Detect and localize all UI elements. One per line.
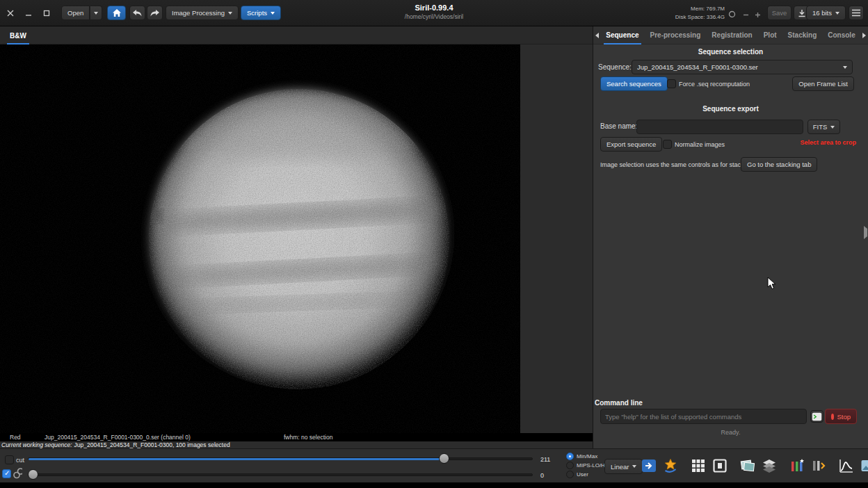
photo-stack-icon[interactable] xyxy=(739,456,757,475)
resources-info: Mem: 769.7M Disk Space: 336.4G xyxy=(675,5,725,22)
tab-console[interactable]: Console xyxy=(822,26,860,44)
open-button[interactable]: Open xyxy=(61,6,90,20)
memory-usage: Mem: 769.7M xyxy=(675,5,725,13)
tab-stacking[interactable]: Stacking xyxy=(782,26,823,44)
save-button[interactable]: Save xyxy=(767,6,791,20)
zoom-out-icon[interactable] xyxy=(741,10,750,19)
app-title: Siril-0.99.4 xyxy=(292,3,576,12)
high-threshold-slider[interactable] xyxy=(28,453,533,464)
sequence-export-title: Sequence export xyxy=(593,105,868,113)
minimize-icon[interactable] xyxy=(24,8,33,18)
maximize-icon[interactable] xyxy=(42,8,51,18)
base-name-label: Base name: xyxy=(600,122,637,130)
hamburger-icon xyxy=(851,9,861,17)
slider-fill xyxy=(29,458,445,460)
slider-thumb[interactable] xyxy=(28,469,38,480)
search-sequences-button[interactable]: Search sequences xyxy=(600,76,668,91)
tab-bw[interactable]: B&W xyxy=(0,26,36,44)
scripts-label: Scripts xyxy=(247,9,267,17)
chain-link-icon[interactable] xyxy=(13,468,22,478)
mode-mips-radio[interactable] xyxy=(566,462,574,469)
image-analysis-icon[interactable] xyxy=(859,456,868,475)
scripts-menu-button[interactable]: Scripts xyxy=(241,6,281,20)
home-button[interactable] xyxy=(107,6,126,20)
undo-button[interactable] xyxy=(129,6,145,20)
topbar: Open Image Processing Scripts Siril-0.99… xyxy=(0,0,868,26)
stop-button[interactable]: Stop xyxy=(825,409,857,424)
working-directory: /home/cyril/Videos/siril xyxy=(292,13,576,20)
sequence-combobox-value: Jup_200415_204534_R_F0001-0300.ser xyxy=(637,63,839,71)
tab-registration[interactable]: Registration xyxy=(706,26,757,44)
hamburger-menu-button[interactable] xyxy=(849,6,864,20)
tab-plot[interactable]: Plot xyxy=(758,26,782,44)
export-format-label: FITS xyxy=(813,123,828,131)
save-label: Save xyxy=(772,9,787,17)
display-scale-label: Linear xyxy=(611,463,629,471)
star-registration-icon[interactable] xyxy=(661,456,680,475)
panel-resize-arrow-icon[interactable] xyxy=(864,229,867,236)
bit-depth-dropdown[interactable]: 16 bits xyxy=(806,6,846,20)
sequence-combobox[interactable]: Jup_200415_204534_R_F0001-0300.ser xyxy=(632,60,853,74)
command-line-title: Command line xyxy=(595,399,643,407)
mode-user-radio[interactable] xyxy=(566,471,574,478)
stop-icon xyxy=(831,414,834,420)
tabs-scroll-left-icon[interactable] xyxy=(593,26,600,44)
channel-align-icon[interactable] xyxy=(788,456,806,475)
layer-stack-icon[interactable] xyxy=(760,456,778,475)
tab-sequence[interactable]: Sequence xyxy=(600,26,644,44)
mode-mips-label: MIPS-LO/HI xyxy=(577,462,606,469)
normalize-images-checkbox[interactable] xyxy=(663,140,672,149)
slider-track[interactable] xyxy=(28,473,533,476)
status-filename: Jup_200415_204534_R_F0001-0300_0.ser (ch… xyxy=(45,434,191,441)
open-button-label: Open xyxy=(67,9,83,17)
close-icon[interactable] xyxy=(6,8,15,18)
jupiter-image-canvas[interactable] xyxy=(0,44,520,433)
working-sequence-value: Jup_200415_204534_R_F0001-0300, 100 imag… xyxy=(74,441,230,448)
disk-space: Disk Space: 336.4G xyxy=(675,13,725,22)
mono-channel-icon[interactable] xyxy=(640,456,658,475)
tab-pre-processing[interactable]: Pre-processing xyxy=(645,26,707,44)
frame-grid-icon[interactable] xyxy=(689,456,707,475)
cut-checkbox[interactable] xyxy=(5,455,14,464)
cut-label: cut xyxy=(16,457,24,464)
zoom-level-icon[interactable] xyxy=(727,9,737,19)
base-name-input[interactable] xyxy=(636,120,803,134)
download-icon xyxy=(798,9,806,17)
search-sequences-label: Search sequences xyxy=(606,80,661,88)
go-to-stacking-tab-button[interactable]: Go to the stacking tab xyxy=(741,157,817,172)
stacking-note: Image selection uses the same controls a… xyxy=(600,161,754,168)
mode-minmax-radio[interactable] xyxy=(566,453,574,460)
redo-button[interactable] xyxy=(147,6,163,20)
slider-thumb[interactable] xyxy=(439,453,449,464)
mode-user-label: User xyxy=(577,471,588,478)
tab-bw-label: B&W xyxy=(10,32,26,40)
single-frame-icon[interactable] xyxy=(711,456,729,475)
chevron-down-icon xyxy=(632,465,636,468)
low-threshold-slider[interactable] xyxy=(28,469,533,480)
open-recent-dropdown[interactable] xyxy=(90,6,102,20)
command-help-button[interactable] xyxy=(810,410,823,423)
panel-tabbar: Sequence Pre-processing Registration Plo… xyxy=(593,26,868,44)
command-line-input[interactable] xyxy=(600,409,807,424)
export-format-dropdown[interactable]: FITS xyxy=(807,120,840,134)
right-panel: Sequence Pre-processing Registration Plo… xyxy=(593,26,868,448)
bit-depth-label: 16 bits xyxy=(812,9,832,17)
undo-icon xyxy=(132,9,143,17)
sequence-label: Sequence: xyxy=(598,63,632,71)
link-thresholds-checkbox[interactable] xyxy=(2,469,11,478)
display-scale-dropdown[interactable]: Linear xyxy=(604,459,643,474)
channel-shift-icon[interactable] xyxy=(810,456,828,475)
chevron-down-icon xyxy=(843,66,847,69)
export-sequence-button[interactable]: Export sequence xyxy=(600,137,662,152)
histogram-icon[interactable] xyxy=(837,456,855,475)
chevron-down-icon xyxy=(271,12,275,15)
go-to-stacking-tab-label: Go to the stacking tab xyxy=(747,161,811,168)
zoom-in-icon[interactable] xyxy=(753,10,762,19)
tabs-scroll-right-icon[interactable] xyxy=(861,26,868,44)
force-seq-recomputation-checkbox[interactable] xyxy=(667,79,676,88)
stop-label: Stop xyxy=(837,413,851,421)
image-status-bar: Red Jup_200415_204534_R_F0001-0300_0.ser… xyxy=(0,433,593,441)
image-processing-menu-button[interactable]: Image Processing xyxy=(166,6,239,20)
chevron-down-icon xyxy=(835,12,839,15)
open-frame-list-button[interactable]: Open Frame List xyxy=(792,76,854,91)
